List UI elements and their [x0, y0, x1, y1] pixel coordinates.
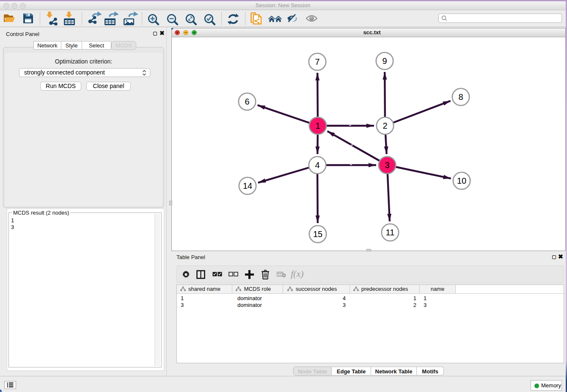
svg-text:8: 8	[458, 92, 463, 102]
svg-text:6: 6	[245, 97, 249, 106]
svg-text:1: 1	[315, 121, 320, 130]
svg-text:2: 2	[383, 121, 387, 130]
svg-text:3: 3	[385, 160, 389, 170]
svg-text:7: 7	[315, 57, 319, 66]
svg-text:9: 9	[382, 56, 387, 66]
svg-text:4: 4	[315, 160, 319, 170]
svg-text:11: 11	[386, 228, 395, 237]
svg-text:15: 15	[313, 229, 322, 239]
svg-text:10: 10	[457, 176, 466, 185]
svg-text:14: 14	[243, 181, 252, 190]
